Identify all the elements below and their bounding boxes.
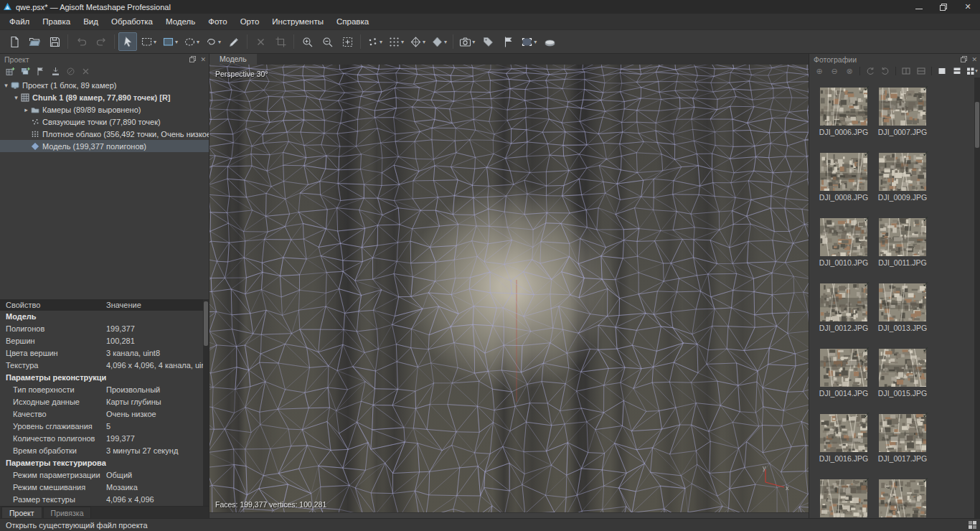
crop-selection-button[interactable] (271, 32, 290, 51)
photo-item-partial[interactable]: ✓ (816, 479, 871, 517)
delete-selection-button[interactable] (251, 32, 270, 51)
chevron-down-icon[interactable]: ▾ (975, 68, 978, 74)
photo-item[interactable]: ✓DJI_0009.JPG (875, 153, 930, 202)
chevron-down-icon[interactable]: ▾ (472, 39, 475, 45)
circle-selection-button[interactable]: ▾ (182, 32, 202, 51)
photo-thumbnail[interactable]: ✓ (879, 414, 926, 452)
marquee-selection-button[interactable]: ▾ (160, 32, 180, 51)
model-viewport[interactable]: Perspective 30° Faces: 199,377 vertices:… (209, 65, 809, 512)
properties-scrollbar[interactable] (203, 299, 209, 506)
remove-circle-icon[interactable]: ⊗ (843, 65, 856, 77)
import-button[interactable] (49, 65, 62, 77)
menu-item-model[interactable]: Модель (159, 14, 202, 29)
chevron-down-icon[interactable]: ▾ (380, 39, 382, 45)
tree-item-cameras[interactable]: ▸Камеры (89/89 выровнено) (0, 103, 209, 116)
photo-thumbnail[interactable]: ✓ (879, 218, 926, 256)
photo-thumbnail[interactable]: ✓ (820, 414, 867, 452)
pencil-tool-button[interactable] (225, 32, 243, 51)
chevron-down-icon[interactable]: ▾ (444, 39, 447, 45)
chevron-down-icon[interactable]: ▾ (423, 39, 425, 45)
chevron-down-icon[interactable]: ▾ (12, 94, 20, 101)
photo-item[interactable]: ✓DJI_0014.JPG (816, 349, 871, 398)
photo-item[interactable]: ✓DJI_0016.JPG (816, 414, 871, 463)
photo-thumbnail[interactable]: ✓ (820, 479, 867, 517)
photo-thumbnail[interactable]: ✓ (820, 349, 867, 387)
menu-item-file[interactable]: Файл (3, 14, 36, 29)
photo-thumbnail[interactable]: ✓ (879, 88, 926, 126)
navigation-tool-button[interactable] (118, 32, 137, 51)
tab-project[interactable]: Проект (1, 507, 42, 518)
rectangle-selection-button[interactable]: ▾ (138, 32, 159, 51)
add-marker-button[interactable] (34, 65, 47, 77)
restore-button[interactable] (931, 0, 956, 14)
tree-item-model[interactable]: Модель (199,377 полигонов) (0, 140, 209, 152)
chevron-right-icon[interactable]: ▸ (22, 106, 30, 113)
open-project-button[interactable] (25, 32, 44, 51)
freeform-selection-button[interactable]: ▾ (203, 32, 223, 51)
chevron-down-icon[interactable]: ▾ (401, 39, 404, 45)
show-flags-button[interactable] (499, 32, 517, 51)
minus-circle-icon[interactable]: ⊖ (828, 65, 841, 77)
photo-item[interactable]: ✓DJI_0007.JPG (875, 88, 930, 136)
tree-item-cloud[interactable]: Плотное облако (356,492 точки, Очень низ… (0, 128, 209, 140)
photos-scrollbar[interactable] (974, 77, 980, 518)
plus-circle-icon[interactable]: ⊕ (813, 65, 826, 77)
tree-item-chunk[interactable]: ▾Chunk 1 (89 камер, 77,890 точек) [R] (0, 91, 209, 103)
viewport-horizontal-scrollbar[interactable] (209, 512, 809, 518)
scrollbar-thumb[interactable] (975, 102, 979, 148)
tree-item-points[interactable]: Связующие точки (77,890 точек) (0, 116, 209, 128)
rotate-cw-icon[interactable] (879, 65, 892, 77)
photo-item[interactable]: ✓DJI_0006.JPG (816, 88, 871, 136)
disable-item-button[interactable] (64, 65, 77, 77)
show-plane-button[interactable] (540, 32, 559, 51)
zoom-in-button[interactable] (298, 32, 316, 51)
float-panel-icon[interactable] (961, 56, 967, 62)
tab-reference[interactable]: Привязка (43, 507, 92, 518)
show-markers-button[interactable] (479, 32, 497, 51)
menu-item-workflow[interactable]: Обработка (105, 14, 159, 29)
menu-item-edit[interactable]: Правка (36, 14, 77, 29)
remove-item-button[interactable] (79, 65, 92, 77)
undo-button[interactable] (72, 32, 90, 51)
show-shaded-button[interactable]: ▾ (429, 32, 449, 51)
photo-thumbnail[interactable]: ✓ (820, 218, 867, 256)
menu-item-view[interactable]: Вид (77, 14, 105, 29)
photo-item[interactable]: ✓DJI_0017.JPG (875, 414, 930, 463)
float-panel-icon[interactable] (189, 56, 196, 62)
add-chunk-button[interactable] (4, 65, 17, 77)
photo-item[interactable]: ✓DJI_0008.JPG (816, 153, 871, 202)
details-view-icon[interactable] (951, 65, 963, 77)
rotate-ccw-icon[interactable] (864, 65, 877, 77)
thumbnails-view-icon[interactable] (936, 65, 948, 77)
show-wireframe-button[interactable]: ▾ (407, 32, 428, 51)
chevron-down-icon[interactable]: ▾ (197, 39, 199, 45)
view-mode-dropdown[interactable]: ▾ (966, 65, 979, 77)
close-panel-icon[interactable]: ✕ (971, 56, 977, 63)
chevron-down-icon[interactable]: ▾ (175, 39, 178, 45)
layout-grid-icon[interactable] (968, 520, 977, 530)
photo-thumbnail[interactable]: ✓ (879, 349, 926, 387)
chevron-down-icon[interactable]: ▾ (534, 39, 537, 45)
tree-item-project[interactable]: ▾Проект (1 блок, 89 камер) (0, 79, 209, 91)
photo-thumbnail[interactable]: ✓ (820, 153, 867, 191)
new-project-button[interactable] (5, 32, 24, 51)
photo-item[interactable]: ✓DJI_0015.JPG (875, 349, 930, 398)
chevron-down-icon[interactable]: ▾ (154, 39, 156, 45)
chevron-down-icon[interactable]: ▾ (218, 39, 221, 45)
photo-item[interactable]: ✓DJI_0011.JPG (875, 218, 930, 267)
chevron-down-icon[interactable]: ▾ (2, 82, 10, 89)
tab-model[interactable]: Модель (209, 54, 257, 65)
menu-item-ortho[interactable]: Орто (234, 14, 266, 29)
photo-thumbnail[interactable]: ✓ (879, 479, 926, 517)
pane-view-icon[interactable] (915, 65, 928, 77)
wireframe-mesh-canvas[interactable] (209, 65, 809, 512)
zoom-out-button[interactable] (318, 32, 336, 51)
photo-thumbnail[interactable]: ✓ (820, 88, 867, 126)
photo-item[interactable]: ✓DJI_0012.JPG (816, 283, 871, 332)
menu-item-photo[interactable]: Фото (202, 14, 233, 29)
scrollbar-thumb[interactable] (204, 301, 208, 346)
photo-thumbnail[interactable]: ✓ (879, 153, 926, 191)
minimize-button[interactable] (907, 0, 931, 14)
menu-item-help[interactable]: Справка (330, 14, 375, 29)
menu-item-tools[interactable]: Инструменты (265, 14, 330, 29)
